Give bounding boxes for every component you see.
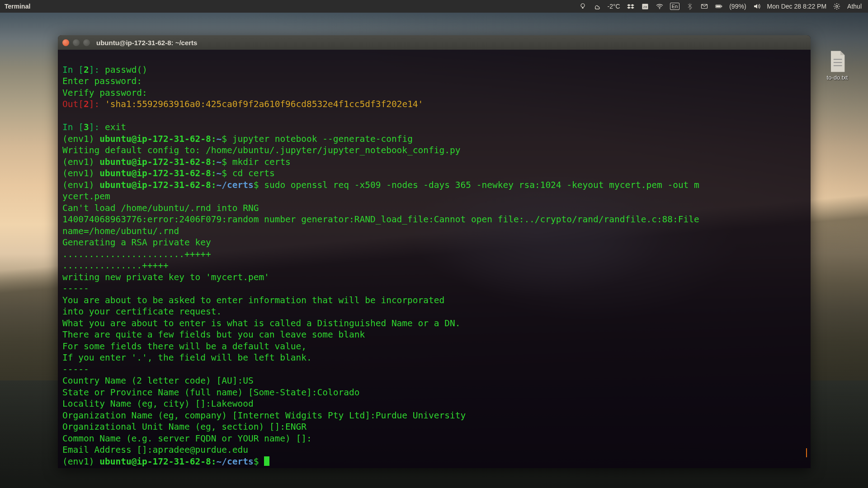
keyboard-indicator[interactable]: En [670, 3, 679, 10]
session-user[interactable]: Athul [847, 3, 862, 10]
window-close-button[interactable] [62, 39, 69, 46]
terminal-window[interactable]: ubuntu@ip-172-31-62-8: ~/certs In [2]: p… [58, 35, 811, 468]
terminal-body[interactable]: In [2]: passwd() Enter password: Verify … [58, 50, 811, 467]
svg-rect-7 [716, 5, 721, 7]
line-q2: State or Province Name (full name) [Some… [62, 387, 359, 398]
line-prompt-final: (env1) ubuntu@ip-172-31-62-8:~/certs$ [62, 456, 269, 467]
svg-rect-8 [722, 5, 722, 7]
volume-icon[interactable] [753, 2, 761, 10]
line-q1: Country Name (2 letter code) [AU]:US [62, 375, 254, 386]
line-enter-pw: Enter password: [62, 76, 147, 86]
line-p6: If you enter '.', the field will be left… [62, 352, 312, 363]
svg-text:28: 28 [643, 5, 647, 9]
clock-text[interactable]: Mon Dec 28 8:22 PM [767, 3, 827, 10]
desktop-file-label: to-do.txt [827, 74, 848, 81]
line-p1: You are about to be asked to enter infor… [62, 295, 444, 305]
line-q7: Email Address []:apradee@purdue.edu [62, 445, 248, 455]
desktop-file-todo[interactable]: to-do.txt [825, 49, 850, 81]
line-g1: Generating a RSA private key [62, 237, 211, 248]
line-p5: For some fields there will be a default … [62, 341, 307, 352]
line-prompt-cd: (env1) ubuntu@ip-172-31-62-8:~$ cd certs [62, 168, 275, 178]
svg-rect-1 [582, 7, 583, 9]
window-maximize-button[interactable] [83, 39, 90, 46]
line-q3: Locality Name (eg, city) []:Lakewood [62, 399, 254, 409]
line-q6: Common Name (e.g. server FQDN or YOUR na… [62, 433, 312, 444]
svg-point-9 [836, 5, 838, 7]
terminal-cursor [264, 456, 269, 466]
line-p4: There are quite a few fields but you can… [62, 329, 365, 340]
line-prompt-mkdir: (env1) ubuntu@ip-172-31-62-8:~$ mkdir ce… [62, 157, 291, 167]
line-in3: In [3]: exit [62, 122, 126, 132]
line-q5: Organizational Unit Name (eg, section) [… [62, 422, 307, 432]
line-p2: into your certificate request. [62, 306, 222, 317]
line-g4: writing new private key to 'mycert.pem' [62, 272, 269, 282]
bluetooth-icon[interactable] [686, 2, 694, 10]
window-minimize-button[interactable] [73, 39, 80, 46]
mail-icon[interactable] [700, 2, 708, 10]
window-titlebar[interactable]: ubuntu@ip-172-31-62-8: ~/certs [58, 35, 811, 50]
calendar-icon[interactable]: 28 [641, 2, 649, 10]
battery-icon[interactable] [715, 2, 723, 10]
line-out2: Out[2]: 'sha1:5592963916a0:425ca0f9f2a61… [62, 99, 423, 109]
svg-line-15 [839, 8, 840, 9]
line-verify-pw: Verify password: [62, 88, 153, 98]
line-g3: ...............+++++ [62, 260, 169, 271]
weather-icon[interactable] [593, 2, 601, 10]
line-p3: What you are about to enter is what is c… [62, 318, 461, 328]
line-e3: name=/home/ubuntu/.rnd [62, 226, 179, 236]
menubar-app-title[interactable]: Terminal [0, 3, 30, 10]
wifi-icon[interactable] [656, 2, 664, 10]
line-d2: ----- [62, 364, 89, 375]
line-q4: Organization Name (eg, company) [Interne… [62, 410, 466, 421]
line-openssl-wrap: ycert.pem [62, 191, 110, 202]
window-title: ubuntu@ip-172-31-62-8: ~/certs [96, 39, 197, 47]
top-panel: Terminal -2°C 28 En (99%) Mon Dec 28 8:2… [0, 0, 868, 13]
text-insertion-caret [806, 448, 807, 457]
svg-line-16 [835, 8, 835, 9]
temperature-text[interactable]: -2°C [608, 3, 620, 10]
lightbulb-icon[interactable] [579, 2, 587, 10]
gear-icon[interactable] [833, 2, 841, 10]
dropbox-icon[interactable] [627, 2, 635, 10]
line-e2: 140074068963776:error:2406F079:random nu… [62, 214, 699, 225]
line-e1: Can't load /home/ubuntu/.rnd into RNG [62, 203, 259, 213]
svg-line-17 [839, 4, 840, 5]
line-d1: ----- [62, 283, 89, 294]
line-prompt-openssl: (env1) ubuntu@ip-172-31-62-8:~/certs$ su… [62, 180, 699, 190]
battery-text[interactable]: (99%) [729, 3, 746, 10]
svg-point-4 [659, 8, 660, 9]
line-in2: In [2]: passwd() [62, 65, 147, 75]
svg-point-0 [581, 4, 585, 7]
line-config-out: Writing default config to: /home/ubuntu/… [62, 145, 461, 155]
svg-line-14 [835, 4, 835, 5]
line-g2: .......................+++++ [62, 249, 211, 259]
line-prompt-genconfig: (env1) ubuntu@ip-172-31-62-8:~$ jupyter … [62, 134, 413, 144]
